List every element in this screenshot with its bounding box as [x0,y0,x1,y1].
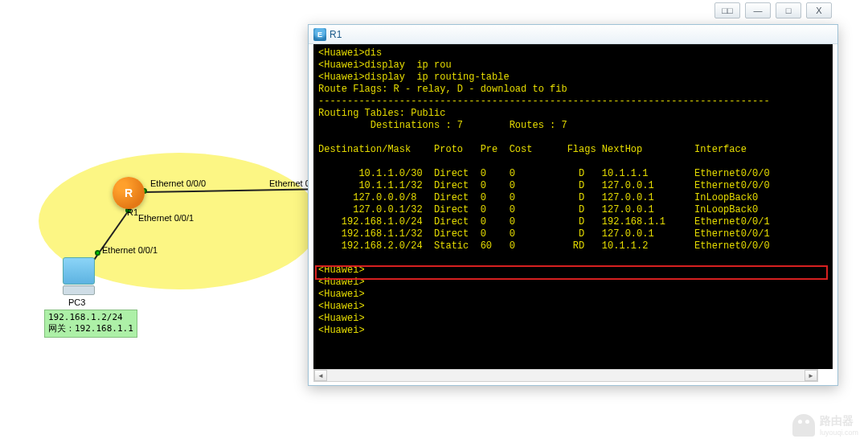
router-icon[interactable]: R [113,177,145,209]
watermark: 路由器 luyouqi.com [792,414,858,437]
port-dot [95,250,100,256]
terminal-window[interactable]: E R1 <Huawei>dis <Huawei>display ip rou … [308,24,838,386]
window-title: R1 [330,29,342,40]
watermark-text: 路由器 [820,414,854,427]
red-highlight-box [315,265,828,280]
pc-icon[interactable] [63,257,98,296]
pc-base-shape [63,285,95,295]
network-topology-canvas[interactable]: Ethernet 0/0/0 Ethernet 0/ Ethernet 0/0/… [0,0,338,443]
outer-minimize-button[interactable]: — [745,2,771,18]
outer-close-button[interactable]: X [806,2,832,18]
outer-maximize-button[interactable]: □ [776,2,801,18]
terminal-output[interactable]: <Huawei>dis <Huawei>display ip rou <Huaw… [313,44,833,369]
router-glyph: R [125,187,133,199]
iface-label: Ethernet 0/0/0 [150,178,206,188]
iface-label: Ethernet 0/ [269,178,313,188]
pc-gateway: 网关：192.168.1.1 [48,323,133,334]
outer-thumb-button[interactable]: □□ [714,2,740,18]
iface-label: Ethernet 0/0/1 [138,213,194,223]
iface-label: Ethernet 0/0/1 [102,245,158,255]
router-label: R1 [127,207,138,217]
pc-label: PC3 [68,297,85,307]
scroll-left-arrow[interactable]: ◄ [314,370,327,381]
pc-ip: 192.168.1.2/24 [48,312,133,323]
outer-titlebar-buttons: □□ — □ X [714,2,832,18]
pc-info-box: 192.168.1.2/24 网关：192.168.1.1 [44,310,137,338]
scroll-right-arrow[interactable]: ► [805,370,817,381]
watermark-logo-icon [792,414,815,437]
window-titlebar[interactable]: E R1 [309,25,837,44]
watermark-sub: luyouqi.com [820,429,858,437]
window-app-icon: E [313,28,326,41]
horizontal-scrollbar[interactable]: ◄ ► [313,369,818,382]
pc-monitor-shape [63,257,95,285]
terminal-text: <Huawei>dis <Huawei>display ip rou <Huaw… [318,47,770,336]
